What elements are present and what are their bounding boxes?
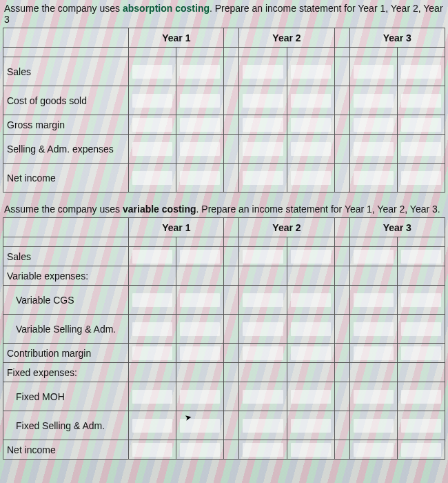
input-cell[interactable]: [349, 411, 397, 440]
input-cell[interactable]: [349, 115, 397, 135]
table-row: Selling & Adm. expenses: [3, 135, 445, 164]
input-cell[interactable]: [129, 247, 176, 266]
input-cell[interactable]: [287, 247, 334, 266]
input-cell[interactable]: [176, 286, 224, 315]
input-cell[interactable]: [129, 440, 176, 460]
input-cell[interactable]: [349, 57, 397, 86]
input-cell[interactable]: [397, 440, 445, 460]
input-cell[interactable]: [397, 135, 445, 164]
header-row: Year 1 Year 2 Year 3: [3, 218, 445, 237]
input-cell[interactable]: [397, 115, 445, 135]
input-cell[interactable]: [397, 247, 445, 266]
input-cell[interactable]: [349, 440, 397, 460]
input-cell[interactable]: [349, 135, 397, 164]
row-label-net-income: Net income: [3, 164, 129, 193]
input-cell[interactable]: [239, 286, 287, 315]
input-cell[interactable]: [176, 164, 224, 193]
col-header-year1: Year 1: [129, 218, 224, 237]
variable-table: Year 1 Year 2 Year 3 Sales Variable expe…: [3, 217, 445, 460]
input-cell[interactable]: [397, 382, 445, 411]
input-cell[interactable]: [349, 247, 397, 266]
input-cell[interactable]: [129, 382, 176, 411]
input-cell[interactable]: [176, 115, 224, 135]
input-cell[interactable]: [349, 382, 397, 411]
input-cell[interactable]: [129, 135, 176, 164]
input-cell[interactable]: [129, 344, 176, 363]
input-cell[interactable]: [349, 315, 397, 344]
input-cell[interactable]: [176, 382, 224, 411]
row-label: Fixed expenses:: [3, 363, 129, 382]
input-cell[interactable]: [129, 86, 176, 115]
input-cell[interactable]: [287, 115, 334, 135]
row-label: Fixed MOH: [3, 382, 129, 411]
input-cell[interactable]: [176, 344, 224, 363]
table-row: Sales: [3, 247, 445, 266]
input-cell[interactable]: [176, 57, 224, 86]
input-cell[interactable]: [287, 344, 334, 363]
input-cell[interactable]: [129, 315, 176, 344]
input-cell[interactable]: [287, 164, 334, 193]
input-cell[interactable]: [397, 344, 445, 363]
row-label: Net income: [3, 440, 129, 460]
table-row: Fixed expenses:: [3, 363, 445, 382]
table-row: Sales: [3, 57, 445, 86]
col-header-year2: Year 2: [239, 28, 334, 48]
input-cell[interactable]: [349, 286, 397, 315]
input-cell[interactable]: [287, 286, 334, 315]
row-label: Variable CGS: [3, 286, 129, 315]
input-cell[interactable]: [129, 115, 176, 135]
input-cell[interactable]: [349, 164, 397, 193]
input-cell[interactable]: [239, 382, 287, 411]
input-cell[interactable]: [287, 57, 334, 86]
input-cell[interactable]: [287, 382, 334, 411]
row-label: Contribution margin: [3, 344, 129, 363]
input-cell[interactable]: [349, 86, 397, 115]
row-label: Sales: [3, 247, 129, 266]
table-row: Contribution margin: [3, 344, 445, 363]
input-cell[interactable]: [176, 86, 224, 115]
instruction-variable: Assume the company uses variable costing…: [4, 204, 445, 215]
col-header-year3: Year 3: [349, 28, 445, 48]
input-cell[interactable]: [176, 315, 224, 344]
input-cell[interactable]: [239, 247, 287, 266]
input-cell[interactable]: [287, 411, 334, 440]
input-cell[interactable]: [176, 135, 224, 164]
input-cell[interactable]: [397, 286, 445, 315]
input-cell[interactable]: [287, 135, 334, 164]
input-cell[interactable]: [239, 135, 287, 164]
input-cell[interactable]: [129, 286, 176, 315]
input-cell[interactable]: [129, 411, 176, 440]
input-cell[interactable]: [287, 86, 334, 115]
input-cell[interactable]: [239, 440, 287, 460]
input-cell[interactable]: [239, 315, 287, 344]
input-cell[interactable]: [239, 411, 287, 440]
input-cell[interactable]: [176, 440, 224, 460]
input-cell[interactable]: [239, 115, 287, 135]
input-cell[interactable]: [176, 247, 224, 266]
input-cell[interactable]: [129, 57, 176, 86]
row-label: Fixed Selling & Adm.: [3, 411, 129, 440]
input-cell[interactable]: [397, 411, 445, 440]
input-cell[interactable]: [397, 86, 445, 115]
instruction-absorption: Assume the company uses absorption costi…: [4, 3, 445, 25]
input-cell[interactable]: [239, 344, 287, 363]
input-cell[interactable]: [176, 411, 224, 440]
table-row: Net income: [3, 164, 445, 193]
input-cell[interactable]: [287, 315, 334, 344]
table-row: Gross margin: [3, 115, 445, 135]
input-cell[interactable]: [397, 164, 445, 193]
input-cell[interactable]: [129, 164, 176, 193]
table-row: Fixed Selling & Adm.: [3, 411, 445, 440]
input-cell[interactable]: [239, 164, 287, 193]
input-cell[interactable]: [239, 57, 287, 86]
table-row: Fixed MOH: [3, 382, 445, 411]
input-cell[interactable]: [397, 57, 445, 86]
input-cell[interactable]: [397, 315, 445, 344]
input-cell[interactable]: [287, 440, 334, 460]
table-row: Variable expenses:: [3, 266, 445, 286]
input-cell[interactable]: [349, 344, 397, 363]
row-label-cogs: Cost of goods sold: [3, 86, 129, 115]
input-cell[interactable]: [239, 86, 287, 115]
col-header-year3: Year 3: [349, 218, 445, 237]
table-row: Cost of goods sold: [3, 86, 445, 115]
